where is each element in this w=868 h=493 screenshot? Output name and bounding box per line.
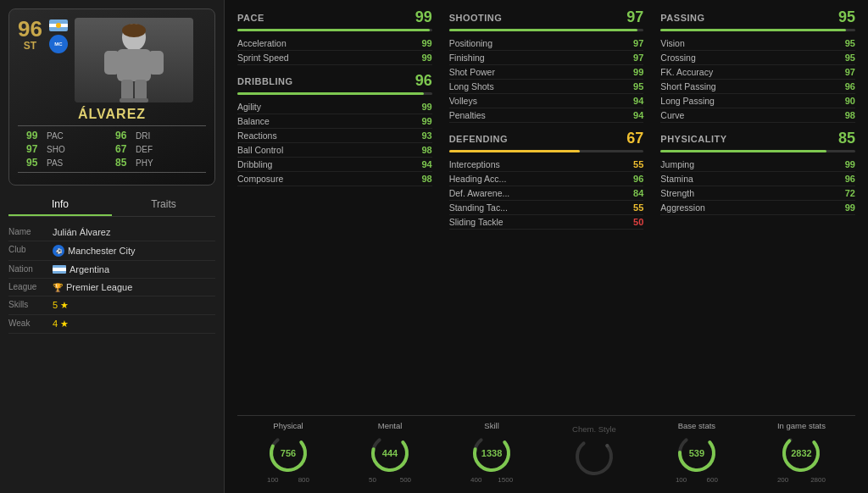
stat-row: FK. Accuracy97 (660, 65, 855, 80)
gauge-max: 600 (707, 476, 718, 484)
physicality-bar-fill (660, 150, 826, 152)
stat-value: 99 (415, 102, 432, 112)
argentina-flag-icon (49, 19, 68, 31)
info-row-weak: Weak 4 ★ (8, 315, 215, 334)
pace-overall: 99 (415, 8, 432, 26)
card-stat-value: 99 (26, 130, 43, 141)
passing-category: PASSING (660, 13, 704, 23)
stat-name: Curve (660, 110, 684, 120)
gauge-value: 1338 (481, 448, 502, 458)
gauge-svg (567, 429, 621, 484)
player-silhouette-icon (83, 22, 185, 102)
stat-row: Reactions93 (237, 129, 432, 143)
stat-name: Dribbling (237, 159, 272, 169)
stat-row: Standing Tac...55 (449, 201, 644, 215)
dribbling-bar-fill (237, 92, 424, 95)
gauge-range: 200 2800 (777, 476, 826, 484)
gauge-range: 100 600 (676, 476, 718, 484)
club-label: Club (8, 245, 53, 254)
stat-value: 55 (626, 202, 643, 213)
stat-name: Reactions (237, 130, 277, 141)
card-rating-pos: 96 ST (18, 18, 42, 52)
stat-row: Vision95 (660, 36, 855, 51)
stat-name: Composure (237, 174, 283, 184)
dribbling-bar (237, 92, 432, 95)
stat-value: 99 (415, 116, 432, 126)
gauge-item-base-stats: Base stats 539 100 600 (676, 421, 718, 484)
stat-value: 99 (626, 67, 643, 77)
card-stat-label: PAS (47, 158, 63, 168)
shooting-header: SHOOTING 97 (449, 8, 644, 26)
stat-row: Finishing97 (449, 51, 644, 65)
stat-value: 97 (626, 53, 643, 63)
passing-header: PASSING 95 (660, 8, 855, 26)
stat-name: Volleys (449, 96, 477, 106)
physicality-overall: 85 (838, 130, 855, 147)
stat-name: Strength (660, 188, 694, 198)
stat-col-3: PASSING 95 Vision95Crossing95FK. Accurac… (660, 8, 855, 408)
gauge-value: 756 (281, 448, 296, 458)
stat-value: 98 (415, 174, 432, 184)
card-stat-label: PHY (136, 158, 153, 168)
info-row-club: Club ⚽ Manchester City (8, 241, 215, 261)
stat-name: Acceleration (237, 38, 287, 48)
stat-row: Short Passing96 (660, 80, 855, 94)
tab-info[interactable]: Info (8, 194, 112, 216)
card-stat-value: 96 (115, 130, 132, 141)
stat-row: Strength72 (660, 186, 855, 201)
svg-rect-2 (104, 51, 120, 75)
stat-row: Curve98 (660, 108, 855, 123)
club-value: ⚽ Manchester City (53, 245, 135, 257)
stat-value: 95 (838, 38, 855, 48)
passing-stats: Vision95Crossing95FK. Accuracy97Short Pa… (660, 36, 855, 123)
card-rating: 96 (18, 18, 42, 40)
stat-col-2: SHOOTING 97 Positioning97Finishing97Shot… (449, 8, 644, 408)
defending-category: DEFENDING (449, 134, 508, 144)
stat-name: Standing Tac... (449, 202, 508, 213)
name-label: Name (8, 227, 53, 236)
stat-name: Agility (237, 102, 261, 112)
tabs-row: Info Traits (8, 194, 215, 217)
stat-value: 99 (415, 38, 432, 48)
league-label: League (8, 282, 53, 291)
stat-row: Agility99 (237, 100, 432, 114)
stat-name: Heading Acc... (449, 174, 507, 184)
svg-point-8 (122, 24, 146, 37)
gauge-max: 2800 (810, 476, 826, 484)
stat-value: 84 (626, 188, 643, 198)
stat-value: 94 (626, 110, 643, 120)
club-badge-icon: ⚽ (53, 245, 64, 257)
stat-value: 94 (415, 159, 432, 169)
stat-row: Def. Awarene...84 (449, 186, 644, 201)
card-stat-value: 95 (26, 157, 43, 169)
stat-row: Composure98 (237, 172, 432, 186)
stat-row: Heading Acc...96 (449, 172, 644, 186)
stat-value: 95 (838, 53, 855, 63)
gauge-max: 1500 (498, 476, 513, 484)
defending-overall: 67 (626, 130, 643, 147)
card-stat-value: 85 (115, 157, 132, 169)
nation-label: Nation (8, 264, 53, 274)
pace-header: PACE 99 (237, 8, 432, 26)
stat-row: Shot Power99 (449, 65, 644, 80)
gauge-item-physical: Physical 756 100 800 (267, 421, 309, 484)
stat-row: Aggression99 (660, 201, 855, 215)
gauge-range: 100 800 (267, 476, 309, 484)
stat-row: Crossing95 (660, 51, 855, 65)
card-stat-pac: 99PAC (26, 130, 108, 141)
name-value: Julián Álvarez (53, 227, 110, 237)
card-stat-pas: 95PAS (26, 157, 108, 169)
league-icon: 🏆 (53, 283, 63, 292)
defending-bar-fill (449, 150, 580, 152)
stat-row: Jumping99 (660, 158, 855, 172)
card-stat-label: SHO (47, 145, 65, 154)
shooting-overall: 97 (626, 8, 643, 26)
tab-traits[interactable]: Traits (112, 194, 215, 216)
stat-name: Jumping (660, 159, 694, 169)
stat-row: Balance99 (237, 114, 432, 129)
gauge-max: 500 (400, 476, 411, 484)
stat-name: Long Passing (660, 96, 715, 106)
pace-bar (237, 29, 432, 31)
physicality-stats: Jumping99Stamina96Strength72Aggression99 (660, 158, 855, 215)
stat-value: 98 (415, 145, 432, 155)
